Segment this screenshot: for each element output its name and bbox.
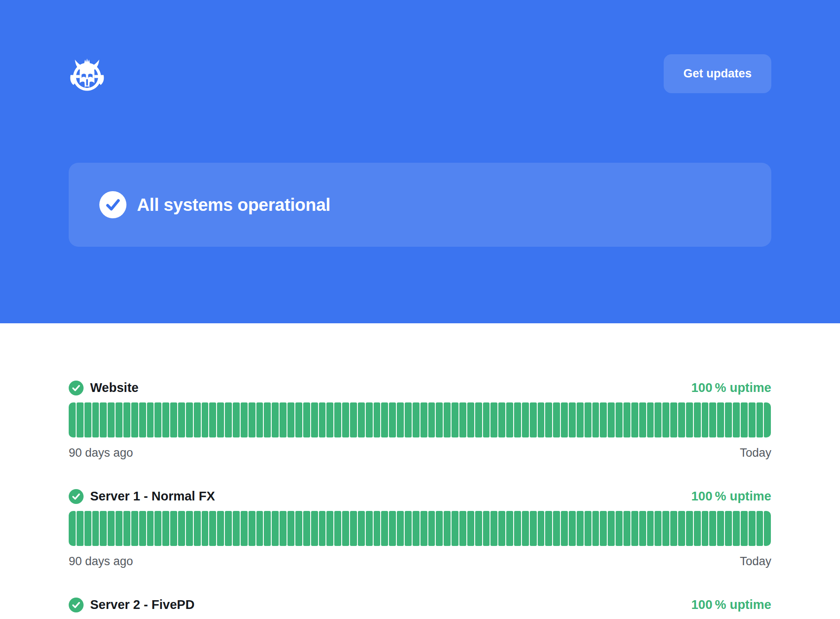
uptime-bar[interactable] <box>584 402 592 437</box>
uptime-bar[interactable] <box>709 511 716 546</box>
uptime-bar[interactable] <box>569 402 576 437</box>
uptime-bar[interactable] <box>241 402 248 437</box>
uptime-bar[interactable] <box>358 402 365 437</box>
uptime-bar[interactable] <box>725 511 732 546</box>
uptime-bar[interactable] <box>334 511 341 546</box>
uptime-bar[interactable] <box>295 511 302 546</box>
uptime-bar[interactable] <box>475 402 482 437</box>
uptime-bar[interactable] <box>756 402 763 437</box>
uptime-bar[interactable] <box>272 511 279 546</box>
uptime-bar[interactable] <box>108 402 115 437</box>
uptime-bar[interactable] <box>647 402 654 437</box>
uptime-bar[interactable] <box>670 402 677 437</box>
uptime-bar[interactable] <box>490 402 497 437</box>
uptime-bar[interactable] <box>202 402 209 437</box>
uptime-bar[interactable] <box>545 511 552 546</box>
uptime-bar[interactable] <box>577 402 584 437</box>
uptime-bar[interactable] <box>592 402 599 437</box>
uptime-bar[interactable] <box>545 402 552 437</box>
uptime-bar[interactable] <box>334 402 341 437</box>
uptime-bar[interactable] <box>186 402 193 437</box>
uptime-bar[interactable] <box>631 402 638 437</box>
uptime-bar[interactable] <box>600 402 607 437</box>
uptime-bar[interactable] <box>678 402 685 437</box>
uptime-bar[interactable] <box>483 511 490 546</box>
uptime-bar[interactable] <box>389 511 396 546</box>
uptime-bar[interactable] <box>467 402 474 437</box>
uptime-bar[interactable] <box>639 402 646 437</box>
uptime-bar[interactable] <box>428 402 435 437</box>
uptime-bar[interactable] <box>186 511 193 546</box>
uptime-bar[interactable] <box>764 402 771 437</box>
uptime-bar[interactable] <box>233 511 240 546</box>
uptime-bar[interactable] <box>678 511 685 546</box>
uptime-bar[interactable] <box>498 402 505 437</box>
uptime-bar[interactable] <box>608 402 615 437</box>
uptime-bar[interactable] <box>530 511 537 546</box>
uptime-bar[interactable] <box>600 511 607 546</box>
uptime-bar[interactable] <box>381 402 388 437</box>
uptime-bar[interactable] <box>241 511 248 546</box>
uptime-bar[interactable] <box>374 511 381 546</box>
uptime-bar[interactable] <box>670 511 677 546</box>
uptime-bar[interactable] <box>256 511 263 546</box>
uptime-bar[interactable] <box>100 402 107 437</box>
uptime-bar[interactable] <box>350 402 357 437</box>
uptime-bar[interactable] <box>147 402 154 437</box>
uptime-bar[interactable] <box>764 511 771 546</box>
uptime-bar[interactable] <box>686 402 693 437</box>
uptime-bar[interactable] <box>84 511 91 546</box>
uptime-bar[interactable] <box>475 511 482 546</box>
uptime-bar[interactable] <box>92 511 99 546</box>
uptime-bar[interactable] <box>319 402 326 437</box>
uptime-bar[interactable] <box>741 402 748 437</box>
uptime-bar[interactable] <box>366 511 373 546</box>
uptime-bar[interactable] <box>139 402 146 437</box>
uptime-bar[interactable] <box>538 402 545 437</box>
uptime-bar[interactable] <box>381 511 388 546</box>
get-updates-button[interactable]: Get updates <box>664 54 771 93</box>
uptime-bar[interactable] <box>608 511 615 546</box>
uptime-bar[interactable] <box>592 511 599 546</box>
uptime-bar[interactable] <box>280 511 287 546</box>
uptime-bar[interactable] <box>397 402 404 437</box>
uptime-bar[interactable] <box>248 511 256 546</box>
uptime-bar[interactable] <box>694 402 701 437</box>
uptime-bar[interactable] <box>170 402 177 437</box>
uptime-bar[interactable] <box>256 402 263 437</box>
uptime-bar[interactable] <box>178 511 185 546</box>
uptime-bar[interactable] <box>616 511 623 546</box>
uptime-bar[interactable] <box>69 402 76 437</box>
uptime-bar[interactable] <box>553 402 560 437</box>
uptime-bar[interactable] <box>389 402 396 437</box>
uptime-bar[interactable] <box>108 511 115 546</box>
uptime-bar[interactable] <box>77 511 84 546</box>
uptime-bar[interactable] <box>131 402 138 437</box>
uptime-bar[interactable] <box>311 511 318 546</box>
uptime-bar[interactable] <box>326 511 333 546</box>
uptime-bar[interactable] <box>639 511 646 546</box>
uptime-bar[interactable] <box>209 511 216 546</box>
uptime-bar[interactable] <box>225 402 232 437</box>
uptime-bar[interactable] <box>77 402 84 437</box>
uptime-bar[interactable] <box>733 402 740 437</box>
uptime-bar[interactable] <box>311 402 318 437</box>
uptime-bar[interactable] <box>116 402 122 437</box>
uptime-bar[interactable] <box>654 402 662 437</box>
uptime-bar[interactable] <box>538 511 545 546</box>
uptime-bar[interactable] <box>725 402 732 437</box>
uptime-bar[interactable] <box>154 402 161 437</box>
uptime-bar[interactable] <box>514 511 521 546</box>
uptime-bar[interactable] <box>483 402 490 437</box>
uptime-bar[interactable] <box>756 511 763 546</box>
uptime-bar[interactable] <box>264 511 271 546</box>
uptime-bar[interactable] <box>100 511 107 546</box>
uptime-bar[interactable] <box>530 402 537 437</box>
uptime-bar[interactable] <box>452 402 458 437</box>
uptime-bar[interactable] <box>459 402 466 437</box>
uptime-bar[interactable] <box>662 511 669 546</box>
uptime-bar[interactable] <box>123 511 130 546</box>
uptime-bar[interactable] <box>467 511 474 546</box>
uptime-bar[interactable] <box>342 402 349 437</box>
uptime-bar[interactable] <box>522 511 529 546</box>
